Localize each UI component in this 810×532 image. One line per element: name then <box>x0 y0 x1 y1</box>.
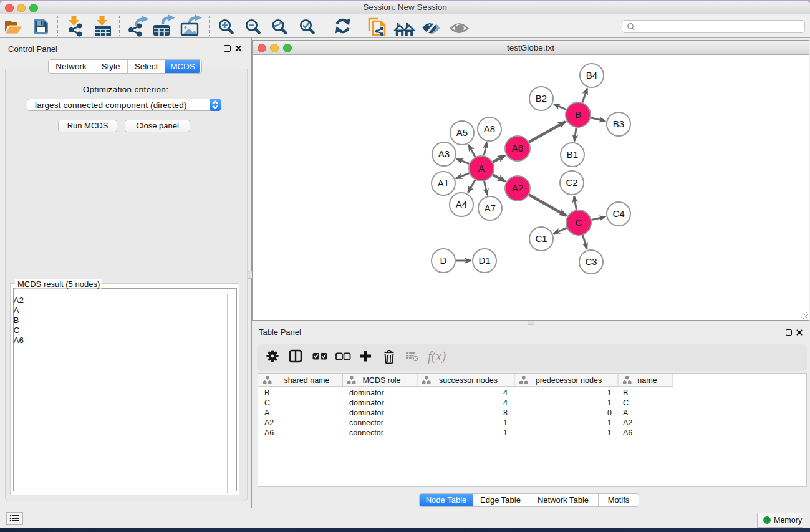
svg-text:1: 1 <box>607 399 612 407</box>
svg-text:C3: C3 <box>585 256 597 267</box>
svg-text:A7: A7 <box>485 203 496 213</box>
svg-text:B1: B1 <box>567 149 578 160</box>
svg-text:A6: A6 <box>512 143 523 153</box>
svg-text:A2: A2 <box>512 183 523 193</box>
svg-text:A: A <box>623 409 629 417</box>
svg-text:A: A <box>264 409 270 417</box>
svg-text:A8: A8 <box>484 123 495 134</box>
svg-text:dominator: dominator <box>349 389 384 397</box>
svg-text:A: A <box>478 163 485 173</box>
svg-text:B2: B2 <box>536 93 547 104</box>
svg-text:C2: C2 <box>566 177 577 188</box>
svg-text:A4: A4 <box>456 199 467 210</box>
svg-text:connector: connector <box>349 428 383 437</box>
svg-text:predecessor nodes: predecessor nodes <box>536 376 602 385</box>
svg-text:0: 0 <box>607 409 612 417</box>
svg-text:f(x): f(x) <box>428 349 446 364</box>
svg-text:A6: A6 <box>623 428 632 437</box>
svg-text:C: C <box>576 217 582 228</box>
svg-text:B: B <box>623 389 628 397</box>
svg-text:8: 8 <box>503 409 508 417</box>
svg-text:1: 1 <box>503 418 508 427</box>
svg-text:name: name <box>637 376 657 385</box>
svg-text:1: 1 <box>607 418 612 427</box>
svg-text:4: 4 <box>503 389 508 397</box>
svg-text:successor nodes: successor nodes <box>439 376 498 385</box>
svg-text:MCDS role: MCDS role <box>362 376 400 385</box>
svg-text:A3: A3 <box>438 148 450 159</box>
svg-text:B: B <box>575 109 581 120</box>
svg-text:4: 4 <box>503 399 508 407</box>
svg-text:dominator: dominator <box>349 409 384 417</box>
svg-text:dominator: dominator <box>349 399 384 407</box>
svg-text:A2: A2 <box>623 418 632 427</box>
svg-text:B3: B3 <box>613 118 624 129</box>
svg-text:D1: D1 <box>478 255 490 266</box>
svg-text:C4: C4 <box>612 208 624 219</box>
svg-text:B: B <box>264 389 269 397</box>
svg-text:A1: A1 <box>438 178 449 188</box>
svg-text:C: C <box>264 399 270 407</box>
svg-text:connector: connector <box>349 418 383 427</box>
svg-text:shared name: shared name <box>284 376 330 385</box>
svg-text:A5: A5 <box>456 127 468 138</box>
svg-text:1: 1 <box>607 389 612 397</box>
svg-text:A2: A2 <box>264 418 274 427</box>
svg-text:1: 1 <box>503 428 508 437</box>
svg-text:C1: C1 <box>535 233 547 244</box>
svg-text:B4: B4 <box>586 70 597 80</box>
svg-text:D: D <box>440 255 447 266</box>
svg-text:A6: A6 <box>264 428 274 437</box>
svg-text:C: C <box>623 399 629 407</box>
svg-text:1: 1 <box>607 428 612 437</box>
